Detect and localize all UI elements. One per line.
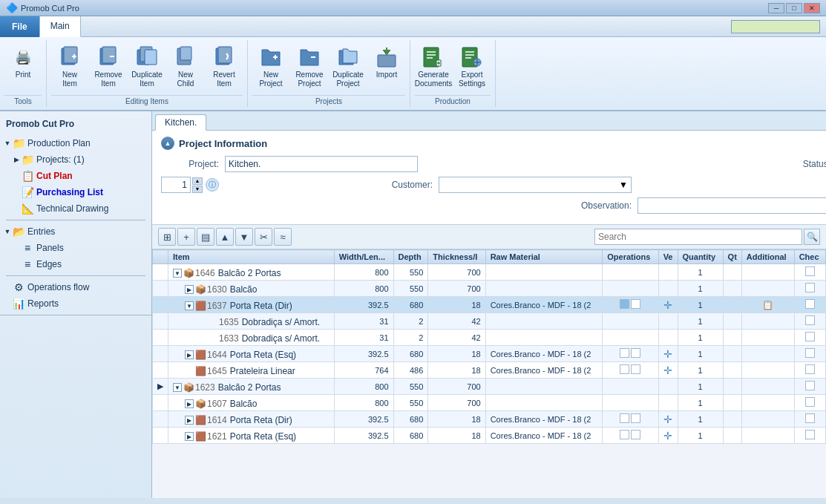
add-grid-button[interactable]: ⊞ xyxy=(158,228,176,246)
expand-btn-row3[interactable]: ▼ xyxy=(185,301,194,310)
search-icon-button[interactable]: 🔍 xyxy=(804,229,820,245)
table-row[interactable]: ▼ 📦 1646 Balcão 2 Portas 800 550 700 1 xyxy=(153,264,826,281)
table-row[interactable]: ▶ 🟫 1621 Porta Reta (Esq) 392.5 680 18 C… xyxy=(153,428,826,444)
check-cb-row6[interactable] xyxy=(805,348,815,358)
customer-select[interactable]: ▼ xyxy=(439,177,632,193)
cut-button[interactable]: ✂ xyxy=(255,228,272,246)
quantity-down-button[interactable]: ▼ xyxy=(192,186,203,193)
move-up-button[interactable]: ▲ xyxy=(216,228,234,246)
col-check[interactable]: Chec xyxy=(794,250,825,264)
item-cell[interactable]: ▼ 📦 1646 Balcão 2 Portas xyxy=(168,264,335,281)
quantity-input[interactable] xyxy=(161,177,191,193)
sidebar-item-purchasing-list[interactable]: 📝 Purchasing List xyxy=(9,184,151,200)
item-cell[interactable]: ▶ 🟫 1621 Porta Reta (Esq) xyxy=(168,428,335,444)
item-cell[interactable]: ▶ 📦 1630 Balcão xyxy=(168,281,335,297)
new-project-button[interactable]: NewProject xyxy=(252,43,289,91)
expand-btn-row10[interactable]: ▶ xyxy=(185,416,194,425)
expand-btn-row9[interactable]: ▶ xyxy=(185,399,194,408)
check-cb-row7[interactable] xyxy=(805,364,815,374)
col-depth[interactable]: Depth xyxy=(393,250,428,264)
item-cell[interactable]: ▶ 📦 1607 Balcão xyxy=(168,395,335,411)
main-tab[interactable]: Main xyxy=(39,16,81,37)
op-cb1[interactable] xyxy=(620,348,629,358)
op-cb1[interactable] xyxy=(620,364,629,374)
table-row[interactable]: 🟫 1645 Prateleira Linear 764 486 18 Core… xyxy=(153,362,826,379)
duplicate-project-button[interactable]: DuplicateProject xyxy=(330,43,367,91)
table-row[interactable]: 1633 Dobradiça s/ Amort. 31 2 42 1 xyxy=(153,330,826,346)
observation-input[interactable] xyxy=(637,197,826,214)
op-cb1[interactable] xyxy=(620,430,629,439)
remove-project-button[interactable]: RemoveProject xyxy=(291,43,328,91)
ve-plus-row3[interactable]: ✛ xyxy=(663,299,672,311)
new-item-button[interactable]: NewItem xyxy=(51,43,88,91)
move-down-button[interactable]: ▼ xyxy=(235,228,253,246)
mode-button[interactable]: ▤ xyxy=(197,228,214,246)
sidebar-item-cut-plan[interactable]: 📋 Cut Plan xyxy=(9,168,151,184)
check-cb-row2[interactable] xyxy=(805,283,815,292)
op-cb2[interactable] xyxy=(631,299,640,309)
check-cb-row10[interactable] xyxy=(805,413,815,423)
op-cb1[interactable] xyxy=(620,299,629,309)
col-operations[interactable]: Operations xyxy=(603,250,658,264)
expand-btn-row6[interactable]: ▶ xyxy=(185,350,194,359)
quantity-up-button[interactable]: ▲ xyxy=(192,177,203,185)
table-row[interactable]: 1635 Dobradiça s/ Amort. 31 2 42 1 xyxy=(153,313,826,330)
close-button[interactable]: ✕ xyxy=(804,3,820,13)
duplicate-item-button[interactable]: DuplicateItem xyxy=(128,43,165,91)
col-qt[interactable]: Qt xyxy=(723,250,741,264)
check-cb-row11[interactable] xyxy=(805,430,815,439)
table-row[interactable]: ▶ 📦 1607 Balcão 800 550 700 1 xyxy=(153,395,826,411)
expand-btn-row11[interactable]: ▶ xyxy=(185,432,194,441)
col-width[interactable]: Width/Len... xyxy=(334,250,393,264)
table-row[interactable]: ▶ 🟫 1644 Porta Reta (Esq) 392.5 680 18 C… xyxy=(153,346,826,362)
ve-plus-row6[interactable]: ✛ xyxy=(663,348,672,360)
check-cb-row3[interactable] xyxy=(805,299,815,309)
col-rawmaterial[interactable]: Raw Material xyxy=(485,250,603,264)
op-cb1[interactable] xyxy=(620,413,629,423)
sidebar-item-production-plan[interactable]: ▼ 📁 Production Plan xyxy=(0,135,151,151)
item-cell[interactable]: ▶ 🟫 1614 Porta Reta (Dir) xyxy=(168,411,335,428)
table-row[interactable]: ▼ 🟫 1637 Porta Reta (Dir) 392.5 680 18 C… xyxy=(153,297,826,313)
minimize-button[interactable]: ─ xyxy=(768,3,784,13)
new-child-button[interactable]: NewChild xyxy=(167,43,204,91)
check-cb-row5[interactable] xyxy=(805,332,815,341)
project-input[interactable] xyxy=(225,156,418,172)
sidebar-item-panels[interactable]: ≡ Panels xyxy=(9,240,151,256)
item-cell[interactable]: ▼ 🟫 1637 Porta Reta (Dir) xyxy=(168,297,335,313)
file-menu[interactable]: File xyxy=(0,16,39,37)
add-button[interactable]: + xyxy=(177,228,195,246)
table-row[interactable]: ▶ 📦 1630 Balcão 800 550 700 1 xyxy=(153,281,826,297)
sidebar-item-entries[interactable]: ▼ 📂 Entries xyxy=(0,223,151,240)
col-thickness[interactable]: Thickness/I xyxy=(428,250,485,264)
filter-button[interactable]: ≈ xyxy=(274,228,292,246)
col-additional[interactable]: Additional xyxy=(741,250,794,264)
table-row[interactable]: ▶ 🟫 1614 Porta Reta (Dir) 392.5 680 18 C… xyxy=(153,411,826,428)
remove-item-button[interactable]: RemoveItem xyxy=(90,43,127,91)
op-cb2[interactable] xyxy=(631,364,640,374)
expand-btn-row1[interactable]: ▼ xyxy=(173,269,182,278)
op-cb2[interactable] xyxy=(631,348,640,358)
sidebar-item-reports[interactable]: 📊 Reports xyxy=(0,295,151,312)
ve-plus-row7[interactable]: ✛ xyxy=(663,364,672,376)
table-search-input[interactable] xyxy=(594,229,802,245)
export-settings-button[interactable]: ExportSettings xyxy=(453,43,491,91)
revert-item-button[interactable]: RevertItem xyxy=(206,43,243,91)
panel-collapse-button[interactable]: ▲ xyxy=(161,137,174,150)
additional-icon-row3[interactable]: 📋 xyxy=(762,300,773,310)
restore-button[interactable]: □ xyxy=(786,3,802,13)
item-cell[interactable]: 1635 Dobradiça s/ Amort. xyxy=(168,313,335,330)
item-cell[interactable]: ▶ 🟫 1644 Porta Reta (Esq) xyxy=(168,346,335,362)
check-cb-row8[interactable] xyxy=(805,381,815,390)
item-cell[interactable]: 1633 Dobradiça s/ Amort. xyxy=(168,330,335,346)
sidebar-item-technical-drawing[interactable]: 📐 Technical Drawing xyxy=(9,200,151,217)
op-cb2[interactable] xyxy=(631,430,640,439)
check-cb-row4[interactable] xyxy=(805,315,815,325)
col-item[interactable]: Item xyxy=(168,250,335,264)
ve-plus-row10[interactable]: ✛ xyxy=(663,413,672,425)
col-ve[interactable]: Ve xyxy=(658,250,678,264)
generate-documents-button[interactable]: GenerateDocuments xyxy=(415,43,452,91)
item-cell[interactable]: 🟫 1645 Prateleira Linear xyxy=(168,362,335,379)
print-button[interactable]: 🖨️ Print xyxy=(4,43,42,82)
check-cb-row9[interactable] xyxy=(805,397,815,407)
kitchen-tab[interactable]: Kitchen. xyxy=(155,114,206,131)
